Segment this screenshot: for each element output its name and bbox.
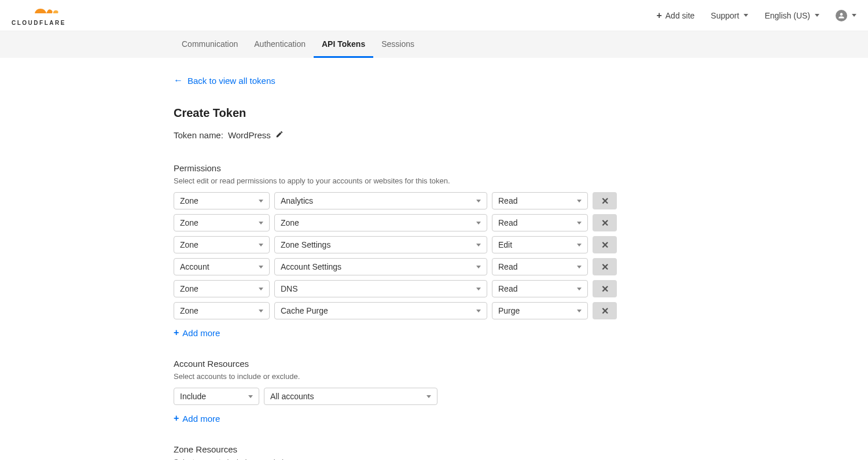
chevron-down-icon (577, 266, 582, 268)
permission-resource-select[interactable]: DNS (274, 280, 487, 297)
permission-scope-select[interactable]: Zone (174, 236, 270, 253)
support-label: Support (711, 11, 739, 20)
account-mode-select[interactable]: Include (174, 388, 259, 405)
permission-scope-select[interactable]: Zone (174, 280, 270, 297)
permission-access-select[interactable]: Read (492, 258, 588, 275)
chevron-down-icon (577, 244, 582, 246)
chevron-down-icon (259, 222, 263, 225)
account-resource-row: IncludeAll accounts (174, 388, 619, 405)
permission-access-select[interactable]: Read (492, 280, 588, 297)
permission-access-select-value: Read (498, 284, 517, 293)
permission-scope-select[interactable]: Zone (174, 302, 270, 319)
permission-scope-select-value: Account (180, 262, 209, 271)
permission-resource-select[interactable]: Account Settings (274, 258, 487, 275)
close-icon: ✕ (601, 240, 609, 251)
permission-scope-select-value: Zone (180, 196, 198, 205)
permission-scope-select[interactable]: Account (174, 258, 270, 275)
close-icon: ✕ (601, 262, 609, 273)
chevron-down-icon (476, 288, 481, 290)
language-menu[interactable]: English (US) (764, 11, 819, 20)
plus-icon: + (656, 11, 661, 20)
add-site-button[interactable]: + Add site (656, 11, 694, 20)
remove-permission-button[interactable]: ✕ (593, 192, 617, 209)
permission-access-select-value: Purge (498, 306, 520, 315)
chevron-down-icon (259, 266, 263, 268)
permission-resource-select-value: Account Settings (281, 262, 341, 271)
permission-scope-select[interactable]: Zone (174, 214, 270, 231)
account-menu[interactable] (836, 10, 856, 21)
permission-scope-select-value: Zone (180, 284, 198, 293)
close-icon: ✕ (601, 284, 609, 295)
edit-name-button[interactable] (275, 130, 284, 140)
support-menu[interactable]: Support (711, 11, 748, 20)
permission-resource-select-value: Zone Settings (281, 240, 330, 249)
remove-permission-button[interactable]: ✕ (593, 236, 617, 253)
permission-access-select[interactable]: Purge (492, 302, 588, 319)
permission-access-select-value: Edit (498, 240, 512, 249)
top-header: CLOUDFLARE + Add site Support English (U… (0, 0, 868, 31)
chevron-down-icon (852, 14, 856, 17)
back-link-label: Back to view all tokens (187, 76, 275, 86)
permission-resource-select-value: DNS (281, 284, 298, 293)
permission-access-select-value: Read (498, 218, 517, 227)
chevron-down-icon (815, 14, 819, 17)
remove-permission-button[interactable]: ✕ (593, 258, 617, 275)
chevron-down-icon (577, 200, 582, 203)
permission-row: ZoneCache PurgePurge✕ (174, 302, 619, 319)
close-icon: ✕ (601, 196, 609, 207)
add-more-label: Add more (182, 414, 220, 424)
zone-resources-desc: Select zones to include or exclude. (174, 458, 619, 460)
permission-access-select-value: Read (498, 196, 517, 205)
account-mode-select-value: Include (180, 392, 206, 401)
permission-scope-select-value: Zone (180, 240, 198, 249)
chevron-down-icon (259, 310, 263, 312)
remove-permission-button[interactable]: ✕ (593, 214, 617, 231)
chevron-down-icon (426, 395, 431, 398)
tab-sessions[interactable]: Sessions (373, 31, 422, 58)
permission-resource-select[interactable]: Cache Purge (274, 302, 487, 319)
back-link[interactable]: ← Back to view all tokens (174, 75, 275, 86)
chevron-down-icon (577, 222, 582, 225)
permission-resource-select-value: Analytics (281, 196, 313, 205)
account-resources-title: Account Resources (174, 359, 619, 369)
tab-api-tokens[interactable]: API Tokens (314, 31, 373, 58)
permission-resource-select[interactable]: Zone Settings (274, 236, 487, 253)
permissions-desc: Select edit or read permissions to apply… (174, 176, 619, 185)
token-name-value: WordPress (228, 130, 271, 140)
permission-resource-select[interactable]: Analytics (274, 192, 487, 209)
avatar-icon (836, 10, 847, 21)
permission-scope-select-value: Zone (180, 218, 198, 227)
permission-row: ZoneZoneRead✕ (174, 214, 619, 231)
arrow-left-icon: ← (174, 75, 183, 86)
tabs-bar: CommunicationAuthenticationAPI TokensSes… (0, 31, 868, 58)
permission-access-select-value: Read (498, 262, 517, 271)
close-icon: ✕ (601, 218, 609, 229)
tab-communication[interactable]: Communication (174, 31, 246, 58)
account-resources-desc: Select accounts to include or exclude. (174, 372, 619, 381)
permission-access-select[interactable]: Read (492, 214, 588, 231)
add-more-label: Add more (182, 328, 220, 338)
chevron-down-icon (248, 395, 253, 398)
remove-permission-button[interactable]: ✕ (593, 302, 617, 319)
add-permission-button[interactable]: + Add more (174, 327, 220, 338)
plus-icon: + (174, 327, 179, 338)
permission-resource-select-value: Zone (281, 218, 299, 227)
permission-resource-select-value: Cache Purge (281, 306, 328, 315)
add-account-resource-button[interactable]: + Add more (174, 413, 220, 424)
remove-permission-button[interactable]: ✕ (593, 280, 617, 297)
add-site-label: Add site (665, 11, 695, 20)
permission-scope-select[interactable]: Zone (174, 192, 270, 209)
token-name-label: Token name: (174, 130, 223, 140)
chevron-down-icon (744, 14, 748, 17)
chevron-down-icon (577, 288, 582, 290)
brand-text: CLOUDFLARE (12, 20, 66, 26)
permission-resource-select[interactable]: Zone (274, 214, 487, 231)
permission-access-select[interactable]: Read (492, 192, 588, 209)
permission-access-select[interactable]: Edit (492, 236, 588, 253)
chevron-down-icon (259, 244, 263, 246)
chevron-down-icon (577, 310, 582, 312)
tab-authentication[interactable]: Authentication (246, 31, 314, 58)
account-target-select[interactable]: All accounts (264, 388, 437, 405)
brand-logo[interactable]: CLOUDFLARE (12, 5, 66, 26)
permission-row: ZoneAnalyticsRead✕ (174, 192, 619, 209)
